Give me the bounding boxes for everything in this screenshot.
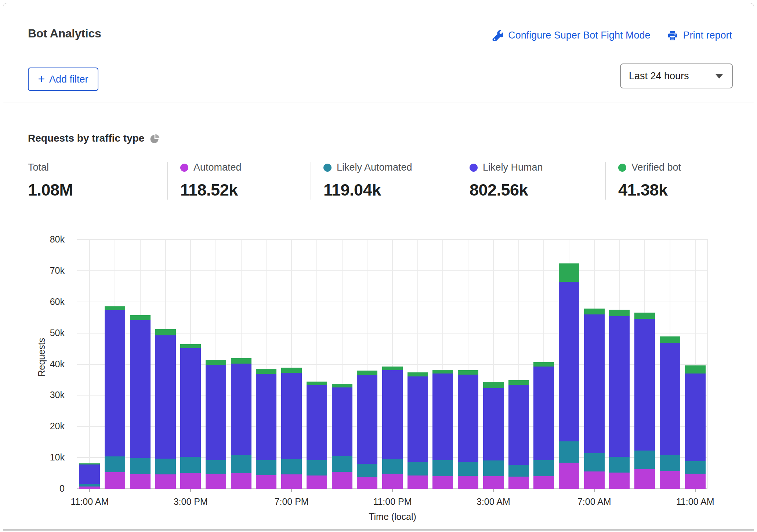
bar-hour-9[interactable] xyxy=(307,382,327,489)
x-tick-mark xyxy=(493,489,494,492)
gridline-v xyxy=(707,240,708,489)
bar-segment-likely-human xyxy=(281,373,302,459)
bar-segment-automated xyxy=(281,474,302,489)
bar-hour-3[interactable] xyxy=(155,329,176,489)
x-tick-mark xyxy=(291,489,292,492)
bar-hour-2[interactable] xyxy=(130,315,151,489)
bar-segment-likely-automated xyxy=(105,456,125,472)
bar-segment-likely-human xyxy=(533,367,554,460)
time-range-value: Last 24 hours xyxy=(629,70,689,82)
bar-segment-automated xyxy=(180,473,201,489)
x-tick-label: 11:00 AM xyxy=(655,496,736,507)
plus-icon: + xyxy=(38,73,45,85)
bar-hour-5[interactable] xyxy=(206,360,226,489)
bar-segment-likely-human xyxy=(609,316,630,457)
bar-segment-likely-human xyxy=(256,374,276,460)
bar-segment-verified-bot xyxy=(357,371,377,375)
bar-hour-19[interactable] xyxy=(559,263,579,489)
bar-segment-verified-bot xyxy=(155,329,176,335)
bar-segment-likely-automated xyxy=(559,441,579,463)
bar-hour-11[interactable] xyxy=(357,371,377,489)
bar-segment-automated xyxy=(634,469,655,489)
bar-segment-verified-bot xyxy=(685,365,706,374)
bar-segment-verified-bot xyxy=(609,310,630,316)
bar-segment-likely-automated xyxy=(584,453,605,471)
y-tick-label: 10k xyxy=(23,452,65,463)
bar-segment-likely-human xyxy=(357,375,377,464)
time-range-select[interactable]: Last 24 hours xyxy=(620,63,733,88)
bar-segment-likely-automated xyxy=(281,459,302,474)
bar-hour-1[interactable] xyxy=(105,306,125,489)
print-report-link[interactable]: Print report xyxy=(667,30,732,41)
bar-hour-17[interactable] xyxy=(508,380,529,489)
bar-hour-7[interactable] xyxy=(256,369,276,489)
bar-segment-likely-automated xyxy=(533,460,554,476)
bar-segment-likely-automated xyxy=(408,462,428,475)
bar-hour-8[interactable] xyxy=(281,368,302,489)
stat-likely-automated: Likely Automated 119.04k xyxy=(311,162,457,200)
bar-hour-15[interactable] xyxy=(458,370,478,489)
y-tick-label: 30k xyxy=(23,390,65,400)
bar-segment-likely-automated xyxy=(79,484,100,487)
bar-hour-21[interactable] xyxy=(609,310,630,489)
y-tick-label: 70k xyxy=(23,265,65,276)
bar-segment-automated xyxy=(533,476,554,489)
bar-segment-likely-human xyxy=(79,464,100,484)
bar-segment-likely-automated xyxy=(660,455,680,471)
bar-segment-likely-automated xyxy=(256,460,276,475)
bar-segment-likely-automated xyxy=(130,458,151,474)
bar-segment-verified-bot xyxy=(79,463,100,464)
automated-legend-dot xyxy=(180,164,188,172)
bar-segment-automated xyxy=(256,475,276,489)
bar-segment-verified-bot xyxy=(660,336,680,343)
bar-segment-automated xyxy=(508,477,529,489)
bar-segment-verified-bot xyxy=(281,368,302,373)
bar-segment-likely-automated xyxy=(382,459,403,474)
bar-segment-likely-automated xyxy=(458,462,478,476)
bar-hour-0[interactable] xyxy=(79,463,100,489)
bar-segment-likely-human xyxy=(685,374,706,461)
likely-automated-legend-dot xyxy=(323,164,332,172)
bar-segment-verified-bot xyxy=(634,313,655,319)
bar-hour-4[interactable] xyxy=(180,344,201,489)
bar-segment-automated xyxy=(559,463,579,489)
bar-segment-likely-human xyxy=(130,320,151,458)
bar-hour-6[interactable] xyxy=(231,358,251,489)
bar-segment-likely-human xyxy=(231,364,251,455)
card-bottom-divider xyxy=(3,529,754,531)
bar-hour-24[interactable] xyxy=(685,365,706,489)
bar-hour-22[interactable] xyxy=(634,313,655,489)
stat-value: 41.38k xyxy=(618,181,728,200)
bar-segment-automated xyxy=(609,473,630,489)
y-tick-label: 20k xyxy=(23,421,65,431)
bar-segment-likely-human xyxy=(458,375,478,462)
add-filter-button[interactable]: + Add filter xyxy=(28,68,98,91)
x-tick-label: 7:00 AM xyxy=(554,496,635,507)
stat-verified-bot: Verified bot 41.38k xyxy=(605,162,732,200)
x-tick-mark xyxy=(594,489,595,492)
x-tick-label: 7:00 PM xyxy=(251,496,332,507)
stat-value: 119.04k xyxy=(323,181,453,200)
bar-hour-13[interactable] xyxy=(408,372,428,489)
bar-segment-automated xyxy=(660,471,680,489)
y-tick-label: 80k xyxy=(23,234,65,245)
configure-super-bot-fight-mode-link[interactable]: Configure Super Bot Fight Mode xyxy=(492,30,650,41)
bar-segment-verified-bot xyxy=(408,372,428,376)
bar-segment-likely-human xyxy=(483,388,504,460)
bar-hour-12[interactable] xyxy=(382,367,403,489)
bar-segment-automated xyxy=(231,473,251,489)
y-tick-label: 40k xyxy=(23,359,65,369)
bar-hour-20[interactable] xyxy=(584,309,605,489)
chart-plot-area xyxy=(77,240,708,489)
bar-segment-likely-automated xyxy=(231,455,251,474)
bar-hour-18[interactable] xyxy=(533,362,554,489)
bar-segment-likely-human xyxy=(105,310,125,456)
stat-value: 118.52k xyxy=(180,181,307,200)
bar-hour-10[interactable] xyxy=(332,384,352,489)
bar-segment-automated xyxy=(584,471,605,489)
bar-hour-23[interactable] xyxy=(660,336,680,489)
bar-hour-16[interactable] xyxy=(483,382,504,489)
bar-segment-likely-automated xyxy=(634,451,655,469)
bar-hour-14[interactable] xyxy=(432,370,453,489)
bar-segment-likely-human xyxy=(382,370,403,459)
